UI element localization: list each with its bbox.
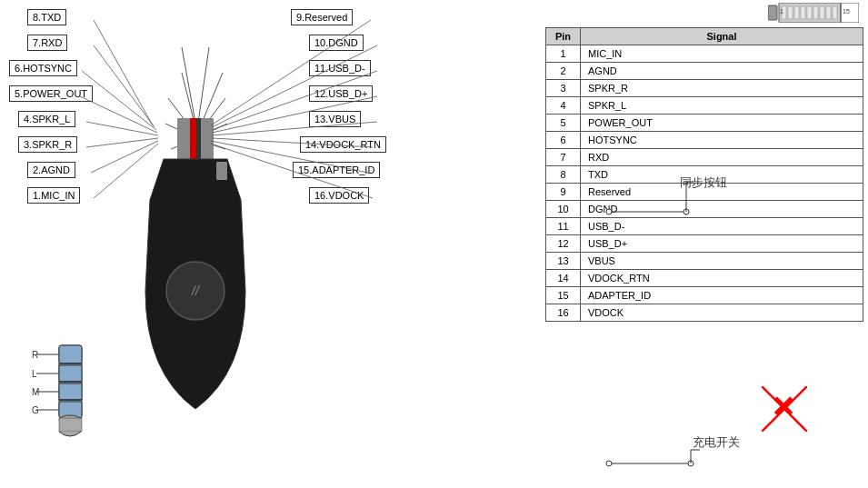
pin-number: 14 <box>546 270 581 287</box>
pin-number: 4 <box>546 97 581 115</box>
svg-line-0 <box>182 47 195 123</box>
svg-rect-27 <box>59 365 82 382</box>
right-table-row: 6HOTSYNC <box>546 132 863 149</box>
svg-rect-61 <box>801 6 805 19</box>
right-table-row: 14VDOCK_RTN <box>546 270 863 287</box>
svg-rect-24 <box>216 162 227 180</box>
svg-point-50 <box>606 461 612 466</box>
pin-label-10dgnd: 10.DGND <box>309 35 364 51</box>
right-table-row: 13VBUS <box>546 253 863 270</box>
pin-number: 3 <box>546 80 581 97</box>
svg-text:G: G <box>32 405 39 415</box>
right-col-signal: Signal <box>581 28 863 45</box>
right-table-row: 1MIC_IN <box>546 45 863 63</box>
svg-rect-63 <box>813 6 818 19</box>
signal-name: MIC_IN <box>581 45 863 63</box>
right-table-row: 7RXD <box>546 149 863 166</box>
svg-rect-19 <box>194 118 196 164</box>
svg-rect-66 <box>833 6 837 19</box>
pin-number: 6 <box>546 132 581 149</box>
right-table-row: 15ADAPTER_ID <box>546 287 863 304</box>
svg-rect-68 <box>841 3 859 23</box>
right-table-row: 5POWER_OUT <box>546 115 863 132</box>
signal-name: AGND <box>581 63 863 80</box>
signal-name: VDOCK <box>581 304 863 322</box>
pin-label-15adapter-id: 15.ADAPTER_ID <box>293 162 380 178</box>
right-table-row: 2AGND <box>546 63 863 80</box>
svg-rect-28 <box>59 383 82 400</box>
pin-label-3spkrr: 3.SPKR_R <box>18 136 77 153</box>
pin-label-9reserved: 9.Reserved <box>291 9 353 25</box>
pin-number: 13 <box>546 253 581 270</box>
pin-label-1micin: 1.MIC_IN <box>27 187 80 204</box>
pin-label-2agnd: 2.AGND <box>27 162 75 178</box>
right-table-row: 16VDOCK <box>546 304 863 322</box>
pin-number: 12 <box>546 235 581 253</box>
pin-label-13vbus: 13.VBUS <box>309 111 361 127</box>
pin-number: 15 <box>546 287 581 304</box>
signal-name: USB_D+ <box>581 235 863 253</box>
signal-name: SPKR_L <box>581 97 863 115</box>
svg-rect-42 <box>59 418 82 432</box>
signal-name: VDOCK_RTN <box>581 270 863 287</box>
pin-label-6hotsync: 6.HOTSYNC <box>9 60 77 76</box>
audio-jack-diagram: R L M G <box>32 336 123 448</box>
svg-rect-65 <box>826 6 831 19</box>
right-table-row: 12USB_D+ <box>546 235 863 253</box>
top-connector-strip: 15 1 <box>768 3 859 25</box>
sync-annotation-line <box>559 177 741 232</box>
svg-rect-62 <box>807 6 812 19</box>
svg-rect-64 <box>820 6 824 19</box>
pin-number: 16 <box>546 304 581 322</box>
pin-label-14vdock-rtn: 14.VDOCK_RTN <box>300 136 386 153</box>
pin-number: 1 <box>546 45 581 63</box>
svg-text:L: L <box>32 369 37 379</box>
right-table-row: 4SPKR_L <box>546 97 863 115</box>
pin-label-8txd: 8.TXD <box>27 9 66 25</box>
right-table-row: 3SPKR_R <box>546 80 863 97</box>
charge-annotation-line <box>559 445 813 482</box>
pin-number: 2 <box>546 63 581 80</box>
red-x-lines <box>762 386 807 432</box>
signal-name: RXD <box>581 149 863 166</box>
svg-rect-20 <box>177 118 190 162</box>
svg-rect-59 <box>788 6 793 19</box>
signal-name: POWER_OUT <box>581 115 863 132</box>
right-col-pin: Pin <box>546 28 581 45</box>
svg-point-45 <box>606 209 612 214</box>
svg-rect-56 <box>768 5 777 20</box>
pin-number: 7 <box>546 149 581 166</box>
svg-rect-26 <box>59 345 82 364</box>
signal-name: HOTSYNC <box>581 132 863 149</box>
svg-text:M: M <box>32 387 39 397</box>
pin-label-11usbd-: 11.USB_D- <box>309 60 371 76</box>
svg-text:R: R <box>32 350 38 360</box>
pin-number: 5 <box>546 115 581 132</box>
signal-name: SPKR_R <box>581 80 863 97</box>
svg-rect-21 <box>201 118 214 162</box>
signal-name: ADAPTER_ID <box>581 287 863 304</box>
pin-label-7rxd: 7.RXD <box>27 35 67 51</box>
pin-label-16vdock: 16.VDOCK <box>309 187 369 204</box>
pin-label-4spkrl: 4.SPKR_L <box>18 111 75 127</box>
svg-text:1: 1 <box>780 8 783 15</box>
pin-label-5power: 5.POWER_OUT <box>9 85 93 102</box>
signal-name: VBUS <box>581 253 863 270</box>
svg-line-8 <box>198 47 209 123</box>
svg-rect-60 <box>794 6 799 19</box>
pin-label-12usbdp: 12.USB_D+ <box>309 85 373 102</box>
